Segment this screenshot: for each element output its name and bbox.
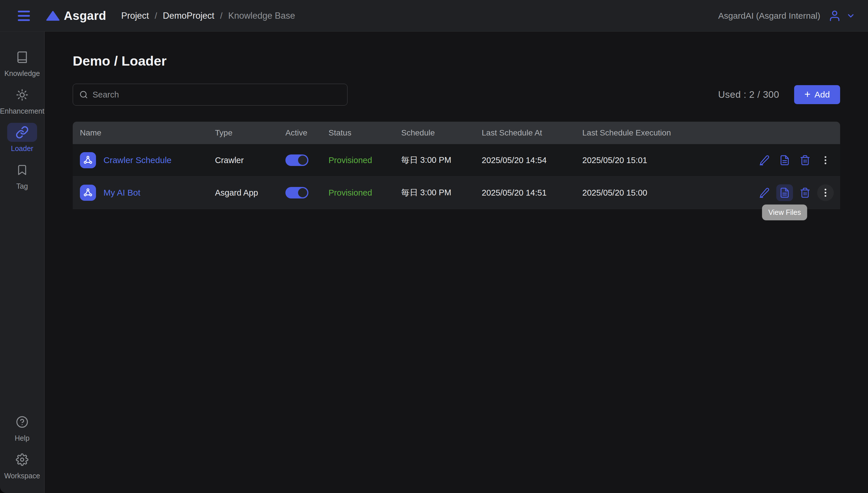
sidebar-item-enhancement[interactable]: Enhancement xyxy=(0,85,44,115)
row-type: Asgard App xyxy=(215,188,285,198)
hamburger-menu-icon[interactable] xyxy=(18,10,30,21)
top-header: Asgard Project / DemoProject / Knowledge… xyxy=(0,0,868,31)
pencil-icon xyxy=(759,155,770,166)
help-circle-icon xyxy=(16,415,28,428)
knot-icon xyxy=(83,188,93,198)
row-actions xyxy=(720,152,840,169)
status-badge: Provisioned xyxy=(328,156,401,165)
more-options-button[interactable] xyxy=(817,152,834,169)
add-button[interactable]: + Add xyxy=(794,85,840,104)
sidebar-item-label: Workspace xyxy=(4,472,40,480)
row-schedule: 毎日 3:00 PM xyxy=(401,187,482,198)
account-name: AsgardAI (Asgard Internal) xyxy=(718,11,820,21)
column-header-name: Name xyxy=(80,128,215,137)
kebab-menu-icon xyxy=(820,155,831,166)
file-icon xyxy=(779,155,790,166)
sun-icon xyxy=(16,89,28,101)
trash-icon xyxy=(800,187,810,198)
table-row: My AI Bot Asgard App Provisioned 毎日 3:00… xyxy=(73,177,840,209)
breadcrumb-separator: / xyxy=(155,11,157,21)
add-button-label: Add xyxy=(815,90,830,100)
view-files-tooltip: View Files xyxy=(762,205,807,220)
column-header-status: Status xyxy=(328,128,401,137)
breadcrumb: Project / DemoProject / Knowledge Base xyxy=(121,10,295,21)
knot-icon xyxy=(83,155,93,165)
delete-button[interactable] xyxy=(797,152,814,169)
loader-type-icon xyxy=(80,152,96,168)
app-window: Asgard Project / DemoProject / Knowledge… xyxy=(0,0,868,493)
row-last-schedule-at: 2025/05/20 14:54 xyxy=(482,156,582,165)
row-last-schedule-at: 2025/05/20 14:51 xyxy=(482,188,582,198)
status-badge: Provisioned xyxy=(328,188,401,198)
column-header-type: Type xyxy=(215,128,285,137)
book-icon xyxy=(16,51,28,64)
search-input[interactable] xyxy=(93,90,341,100)
sidebar-item-label: Enhancement xyxy=(0,107,44,115)
breadcrumb-item-project[interactable]: Project xyxy=(121,10,149,21)
logo-triangle-icon xyxy=(46,10,60,21)
trash-icon xyxy=(800,155,810,166)
bookmark-icon xyxy=(16,164,28,176)
column-header-last-schedule-execution: Last Schedule Execution xyxy=(582,128,720,137)
sidebar-item-knowledge[interactable]: Knowledge xyxy=(0,48,44,78)
search-icon xyxy=(79,90,88,99)
pencil-icon xyxy=(759,187,770,198)
column-header-active: Active xyxy=(285,128,328,137)
main-content: Demo / Loader Used : 2 / 300 + Add xyxy=(45,31,868,493)
sidebar-item-loader[interactable]: Loader xyxy=(0,123,44,153)
column-header-schedule: Schedule xyxy=(401,128,482,137)
view-files-button[interactable] xyxy=(776,152,793,169)
user-icon[interactable] xyxy=(828,9,841,22)
link-icon xyxy=(16,126,29,139)
plus-icon: + xyxy=(804,89,810,100)
table-row: Crawler Schedule Crawler Provisioned 毎日 … xyxy=(73,144,840,177)
column-header-last-schedule-at: Last Schedule At xyxy=(482,128,582,137)
logo-text: Asgard xyxy=(64,9,106,23)
file-icon xyxy=(779,187,790,198)
breadcrumb-item-demoproject[interactable]: DemoProject xyxy=(163,10,214,21)
row-name-link[interactable]: Crawler Schedule xyxy=(104,155,172,165)
active-toggle[interactable] xyxy=(285,187,309,198)
sidebar-item-workspace[interactable]: Workspace xyxy=(0,450,44,480)
row-actions: View Files xyxy=(720,185,840,201)
loader-table: Name Type Active Status Schedule Last Sc… xyxy=(73,122,840,209)
sidebar-item-label: Help xyxy=(15,434,29,442)
sidebar-item-label: Knowledge xyxy=(4,70,40,78)
page-title: Demo / Loader xyxy=(73,53,840,69)
gear-icon xyxy=(16,453,28,466)
table-header: Name Type Active Status Schedule Last Sc… xyxy=(73,122,840,144)
loader-type-icon xyxy=(80,185,96,201)
sidebar-item-label: Loader xyxy=(11,145,33,153)
edit-button[interactable] xyxy=(756,152,773,169)
sidebar-item-help[interactable]: Help xyxy=(0,412,44,442)
active-toggle[interactable] xyxy=(285,154,309,166)
chevron-down-icon[interactable] xyxy=(846,11,855,20)
edit-button[interactable] xyxy=(756,185,773,201)
delete-button[interactable] xyxy=(797,185,814,201)
view-files-button[interactable]: View Files xyxy=(776,185,793,201)
account-area: AsgardAI (Asgard Internal) xyxy=(718,9,855,22)
sidebar: Knowledge Enhancement xyxy=(0,31,45,493)
row-schedule: 毎日 3:00 PM xyxy=(401,154,482,166)
search-box xyxy=(73,84,347,106)
toolbar: Used : 2 / 300 + Add xyxy=(73,84,840,106)
more-options-button[interactable] xyxy=(817,185,834,201)
row-last-schedule-execution: 2025/05/20 15:01 xyxy=(582,156,720,165)
usage-counter: Used : 2 / 300 xyxy=(718,89,779,100)
row-type: Crawler xyxy=(215,156,285,165)
row-name-link[interactable]: My AI Bot xyxy=(104,188,140,198)
row-last-schedule-execution: 2025/05/20 15:00 xyxy=(582,188,720,198)
breadcrumb-separator: / xyxy=(220,11,223,21)
breadcrumb-item-knowledge-base: Knowledge Base xyxy=(228,10,295,21)
sidebar-item-label: Tag xyxy=(16,183,28,190)
kebab-menu-icon xyxy=(820,187,831,198)
sidebar-item-tag[interactable]: Tag xyxy=(0,160,44,190)
